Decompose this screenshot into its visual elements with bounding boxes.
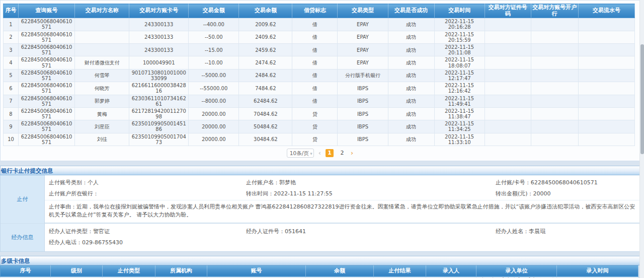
table-cell: 6228450068040610571 bbox=[19, 44, 75, 56]
table-cell: --400.00 bbox=[189, 18, 239, 31]
prev-page-button[interactable]: ‹ bbox=[318, 149, 321, 157]
field-agent-id-type: 经办人证件类型：警官证 bbox=[49, 226, 246, 237]
table-row[interactable]: 76228450068040610571郭梦婷62303611010734162… bbox=[4, 95, 635, 107]
table-cell: 何雪琴 bbox=[75, 69, 129, 82]
stop-payment-reason: 止付事由：近期，我单位在接报刘妮被骗警情中，发现涉案人员利用贵单位相关账户 曹鸿… bbox=[45, 200, 643, 223]
table-row[interactable]: 56228450068040610571何雪琴90107130801001000… bbox=[4, 69, 635, 82]
table-cell bbox=[485, 107, 531, 120]
table-cell: 1000049901 bbox=[129, 56, 189, 69]
multicard-table: 序号级别止付类型所属机构账号余额止付结果录入人录入单位录入时间 1一级第三方止付… bbox=[0, 265, 638, 278]
stop-payment-section-title: 银行卡止付提交信息 bbox=[0, 166, 644, 175]
table-cell: 3 bbox=[4, 44, 19, 56]
column-header: 交易余额 bbox=[239, 4, 292, 18]
table-cell: 2022-11-15 12:16:42 bbox=[434, 82, 485, 95]
page-button-2[interactable]: 2 bbox=[338, 149, 346, 157]
vertical-scrollbar[interactable] bbox=[639, 0, 644, 278]
table-cell: 郭梦婷 bbox=[75, 95, 129, 107]
table-cell bbox=[531, 95, 578, 107]
table-cell bbox=[75, 18, 129, 31]
table-cell: 30484.62 bbox=[239, 133, 292, 146]
table-cell: 50484.62 bbox=[239, 120, 292, 133]
table-cell: 2022-11-15 11:38:47 bbox=[434, 107, 485, 120]
table-cell: 62484.62 bbox=[239, 95, 292, 107]
table-row[interactable]: 26228450068040610571243300133--50.002409… bbox=[4, 31, 635, 43]
multicard-section-title: 多级卡信息 bbox=[0, 256, 644, 265]
table-cell: --15.00 bbox=[189, 44, 239, 56]
table-cell bbox=[578, 107, 634, 120]
column-header: 级别 bbox=[51, 265, 103, 276]
table-cell: 8 bbox=[4, 107, 19, 120]
pagination: 10条/页 ▾ ‹ 1 2 › bbox=[3, 147, 637, 159]
table-cell: 借 bbox=[292, 69, 338, 82]
table-cell bbox=[578, 56, 634, 69]
table-row[interactable]: 36228450068040610571243300133--15.002459… bbox=[4, 44, 635, 56]
table-cell: 成功 bbox=[388, 31, 434, 43]
table-cell: EPAY bbox=[338, 56, 388, 69]
table-cell: 1 bbox=[4, 18, 19, 31]
table-cell bbox=[485, 44, 531, 56]
table-row[interactable]: 16228450068040610571243300133--400.00200… bbox=[4, 18, 635, 31]
column-header: 账号 bbox=[207, 265, 306, 276]
table-row[interactable]: 46228450068040610571财付通微信支付1000049901--1… bbox=[4, 56, 635, 69]
table-cell: 20000.00 bbox=[189, 133, 239, 146]
table-cell bbox=[485, 56, 531, 69]
column-header: 交易对方账卡号 bbox=[129, 4, 189, 18]
table-cell bbox=[578, 120, 634, 133]
table-row[interactable]: 66228450068040610571何晓芳62166116000038428… bbox=[4, 82, 635, 95]
column-header: 交易对方证件号码 bbox=[485, 4, 531, 18]
table-cell: 借 bbox=[292, 44, 338, 56]
column-header: 序号 bbox=[1, 265, 51, 276]
table-cell: 4 bbox=[4, 56, 19, 69]
table-cell: 成功 bbox=[388, 107, 434, 120]
table-cell: 成功 bbox=[388, 18, 434, 31]
table-cell bbox=[578, 44, 634, 56]
column-header: 借贷标志 bbox=[292, 4, 338, 18]
table-cell: 成功 bbox=[388, 44, 434, 56]
table-cell bbox=[485, 133, 531, 146]
table-cell bbox=[531, 56, 578, 69]
table-cell: --5000.00 bbox=[189, 69, 239, 82]
field-stop-account-type: 止付账号类别：个人 bbox=[49, 177, 246, 188]
table-cell bbox=[75, 44, 129, 56]
multicard-section: 序号级别止付类型所属机构账号余额止付结果录入人录入单位录入时间 1一级第三方止付… bbox=[0, 265, 644, 278]
column-header: 录入单位 bbox=[476, 265, 557, 276]
table-cell: 243300133 bbox=[129, 31, 189, 43]
table-cell: 6235010990500170473 bbox=[129, 133, 189, 146]
table-cell bbox=[578, 95, 634, 107]
scrollbar-thumb[interactable] bbox=[640, 44, 644, 154]
transactions-panel: 序号查询账号交易对方名称交易对方账卡号交易金额交易余额借贷标志交易类型交易是否成… bbox=[0, 0, 640, 161]
table-cell: IBPS bbox=[338, 133, 388, 146]
table-cell: EPAY bbox=[338, 31, 388, 43]
table-cell: --10.00 bbox=[189, 56, 239, 69]
table-cell bbox=[531, 31, 578, 43]
table-cell: 20000.00 bbox=[189, 120, 239, 133]
table-cell: 243300133 bbox=[129, 44, 189, 56]
column-header: 交易对方名称 bbox=[75, 4, 129, 18]
field-agent-id-number: 经办人证件号：051641 bbox=[246, 226, 496, 237]
table-cell: 6228450068040610571 bbox=[19, 69, 75, 82]
table-cell: 2474.62 bbox=[239, 56, 292, 69]
table-cell: --50.00 bbox=[189, 31, 239, 43]
table-cell bbox=[578, 82, 634, 95]
table-row[interactable]: 96228450068040610571刘星臣62350109905001451… bbox=[4, 120, 635, 133]
transactions-header-row: 序号查询账号交易对方名称交易对方账卡号交易金额交易余额借贷标志交易类型交易是否成… bbox=[4, 4, 635, 18]
table-cell: 分行版手机银行 bbox=[338, 69, 388, 82]
page-button-1[interactable]: 1 bbox=[326, 149, 334, 157]
next-page-button[interactable]: › bbox=[351, 149, 353, 157]
table-cell: 6216611600003842816 bbox=[129, 82, 189, 95]
table-row[interactable]: 86228450068040610571黄梅621728194200112709… bbox=[4, 107, 635, 120]
page-size-select[interactable]: 10条/页 ▾ bbox=[287, 149, 314, 158]
table-cell: 20000.00 bbox=[189, 107, 239, 120]
table-cell: 9010713080100100033099 bbox=[129, 69, 189, 82]
table-cell: 2022-11-15 11:34:25 bbox=[434, 120, 485, 133]
table-cell: 7484.62 bbox=[239, 82, 292, 95]
stop-payment-fields: 止付账号类别：个人 止付账户名：郭梦艳 止付账/卡号：6228450068040… bbox=[45, 175, 643, 223]
table-cell: 2009.62 bbox=[239, 18, 292, 31]
table-cell: 243300133 bbox=[129, 18, 189, 31]
table-cell: 6 bbox=[4, 82, 19, 95]
table-cell: 2459.62 bbox=[239, 44, 292, 56]
column-header: 交易是否成功 bbox=[388, 4, 434, 18]
table-row[interactable]: 106228450068040610571刘佳62350109905001704… bbox=[4, 133, 635, 146]
table-cell: 2022-11-15 11:49:41 bbox=[434, 95, 485, 107]
table-cell: 财付通微信支付 bbox=[75, 56, 129, 69]
